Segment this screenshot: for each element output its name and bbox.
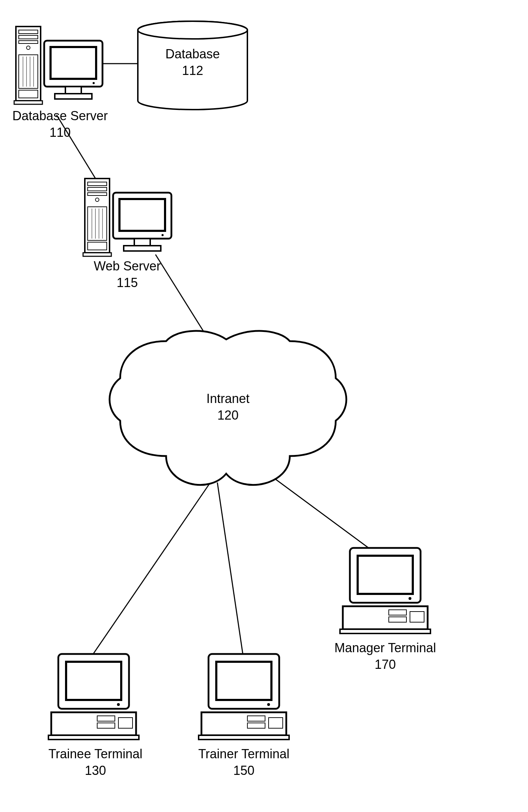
svg-point-46 [117, 703, 120, 706]
svg-rect-5 [19, 41, 38, 43]
svg-point-38 [409, 597, 411, 600]
database-server-ref: 110 [49, 125, 71, 140]
svg-rect-17 [55, 94, 92, 99]
svg-rect-57 [247, 723, 265, 728]
svg-rect-43 [340, 629, 430, 633]
line-intranet-trainee [88, 483, 210, 661]
svg-rect-34 [124, 246, 161, 251]
svg-rect-42 [410, 612, 424, 622]
svg-rect-58 [269, 718, 283, 728]
trainer-terminal-label: Trainer Terminal 150 [187, 746, 300, 779]
svg-rect-45 [66, 662, 121, 700]
svg-rect-30 [83, 253, 111, 256]
svg-rect-20 [88, 182, 107, 186]
svg-rect-59 [199, 735, 289, 740]
svg-rect-41 [389, 617, 406, 622]
database-server-icon [14, 27, 102, 104]
svg-rect-13 [14, 101, 42, 104]
intranet-label-text: Intranet [206, 391, 250, 406]
svg-rect-56 [247, 716, 265, 721]
trainer-terminal-ref: 150 [233, 763, 254, 778]
svg-rect-49 [97, 723, 115, 728]
svg-rect-37 [358, 556, 413, 594]
trainee-terminal-label: Trainee Terminal 130 [39, 746, 152, 779]
svg-rect-40 [389, 610, 406, 615]
svg-rect-15 [51, 47, 96, 79]
svg-rect-22 [88, 193, 107, 195]
trainer-terminal-icon [199, 654, 289, 740]
svg-rect-16 [65, 87, 81, 94]
manager-terminal-ref: 170 [375, 657, 396, 672]
svg-rect-33 [134, 239, 150, 246]
database-server-label: Database Server 110 [7, 108, 113, 141]
database-label-text: Database [165, 47, 220, 61]
svg-rect-53 [216, 662, 271, 700]
web-server-icon [83, 179, 171, 256]
svg-point-35 [162, 234, 164, 236]
svg-rect-51 [48, 735, 139, 740]
svg-rect-3 [19, 30, 38, 34]
trainer-terminal-label-text: Trainer Terminal [198, 747, 289, 761]
svg-rect-12 [19, 90, 38, 98]
web-server-label: Web Server 115 [85, 258, 170, 291]
line-intranet-manager [263, 470, 378, 555]
svg-rect-50 [118, 718, 133, 728]
manager-terminal-icon [340, 548, 430, 633]
database-ref: 112 [182, 63, 203, 78]
svg-point-18 [93, 82, 95, 84]
svg-rect-21 [88, 187, 107, 191]
svg-point-54 [267, 703, 270, 706]
svg-rect-7 [19, 55, 38, 88]
svg-rect-24 [88, 207, 107, 240]
svg-rect-29 [88, 242, 107, 250]
svg-rect-32 [119, 199, 165, 231]
svg-rect-48 [97, 716, 115, 721]
trainee-terminal-label-text: Trainee Terminal [48, 747, 142, 761]
trainee-terminal-icon [48, 654, 139, 740]
web-server-ref: 115 [117, 275, 138, 290]
svg-point-1 [138, 21, 247, 39]
trainee-terminal-ref: 130 [85, 763, 106, 778]
manager-terminal-label-text: Manager Terminal [334, 641, 436, 655]
web-server-label-text: Web Server [94, 259, 160, 273]
intranet-label: Intranet 120 [193, 391, 263, 424]
svg-rect-4 [19, 35, 38, 39]
database-server-label-text: Database Server [12, 109, 108, 123]
line-intranet-trainer [217, 483, 244, 661]
manager-terminal-label: Manager Terminal 170 [329, 640, 442, 673]
intranet-ref: 120 [217, 408, 239, 422]
database-label: Database 112 [143, 46, 242, 79]
